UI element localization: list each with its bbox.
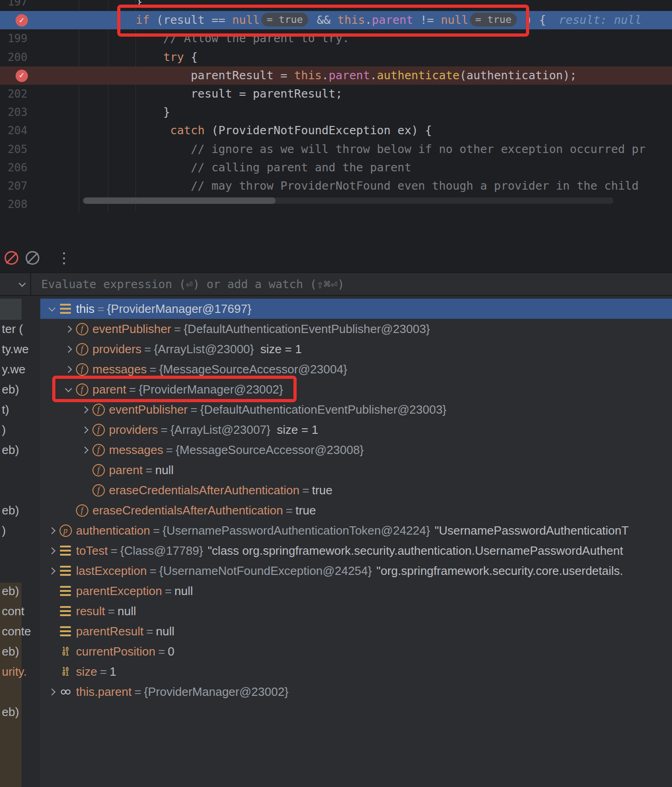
frame-item-fragment[interactable]: conte <box>2 621 31 641</box>
variable-row[interactable]: feventPublisher={DefaultAuthenticationEv… <box>40 319 672 339</box>
chevron-collapsed-icon[interactable] <box>78 448 92 453</box>
scrollbar-thumb[interactable] <box>83 197 276 204</box>
code-line[interactable]: 199 // Allow the parent to try. <box>0 29 672 48</box>
breakpoint-icon[interactable]: ✓ <box>16 14 28 27</box>
frame-item-fragment[interactable]: eb) <box>2 641 19 661</box>
variable-row[interactable]: 1001size=1 <box>40 661 672 682</box>
frame-item-fragment[interactable]: eb) <box>2 500 19 520</box>
chevron-collapsed-icon[interactable] <box>45 689 59 694</box>
line-number[interactable]: 205 <box>0 140 27 158</box>
equals-sign: = <box>108 544 120 558</box>
frame-item-fragment[interactable]: t) <box>2 399 9 420</box>
variable-row[interactable]: 1001currentPosition=0 <box>40 641 672 661</box>
slashed-circle-icon[interactable] <box>26 251 39 265</box>
chevron-collapsed-icon[interactable] <box>78 427 92 432</box>
code-line[interactable]: ✓ parentResult = this.parent.authenticat… <box>0 66 672 85</box>
evaluate-watch-bar: Evaluate expression (⏎) or add a watch (… <box>0 272 672 296</box>
variable-row[interactable]: fparent={ProviderManager@23002} <box>40 379 672 399</box>
variable-row[interactable]: fproviders={ArrayList@23000}size = 1 <box>40 339 672 359</box>
variable-value: {DefaultAuthenticationEventPublisher@230… <box>200 403 446 417</box>
chevron-collapsed-icon[interactable] <box>61 347 75 352</box>
chevron-expanded-icon[interactable] <box>45 307 59 311</box>
value-icon <box>59 566 72 576</box>
code-token: // ignore as we will throw below if no o… <box>81 142 645 156</box>
code-line[interactable]: 203 } <box>0 103 672 121</box>
line-number[interactable]: 208 <box>0 195 27 213</box>
frame-item-fragment[interactable]: urity. <box>2 661 27 682</box>
line-number[interactable]: 199 <box>0 29 27 48</box>
variable-row[interactable]: pauthentication={UsernamePasswordAuthent… <box>40 520 672 541</box>
variable-value: true <box>312 483 332 497</box>
primitive-value-icon: 1001 <box>59 667 72 676</box>
line-number[interactable]: 203 <box>0 103 27 121</box>
field-icon: f <box>92 444 105 456</box>
variable-row[interactable]: fproviders={ArrayList@23007}size = 1 <box>40 420 672 440</box>
line-number[interactable]: 207 <box>0 177 27 195</box>
frame-item-fragment[interactable]: ter ( <box>2 319 23 339</box>
more-options-icon[interactable]: ⋮ <box>57 251 71 265</box>
variable-row[interactable]: feraseCredentialsAfterAuthentication=tru… <box>40 480 672 500</box>
chevron-collapsed-icon[interactable] <box>45 548 59 553</box>
code-line[interactable]: 206 // calling parent and the parent <box>0 158 672 177</box>
line-number[interactable]: 200 <box>0 48 27 66</box>
watch-dropdown[interactable] <box>0 273 31 295</box>
line-number[interactable]: 202 <box>0 85 27 103</box>
variable-row[interactable]: feraseCredentialsAfterAuthentication=tru… <box>40 500 672 520</box>
variable-name: parent <box>109 463 143 477</box>
code-lines: 197 }✓ if (result == null= true && this.… <box>0 0 672 213</box>
value-icon <box>59 546 72 556</box>
frame-item-fragment[interactable]: eb) <box>2 379 19 399</box>
frame-item-fragment[interactable]: ) <box>2 520 6 541</box>
variable-row[interactable]: this.parent={ProviderManager@23002} <box>40 682 672 702</box>
variable-row[interactable]: fmessages={MessageSourceAccessor@23008} <box>40 440 672 460</box>
code-editor[interactable]: 197 }✓ if (result == null= true && this.… <box>0 0 672 244</box>
code-token <box>81 50 163 64</box>
variable-row[interactable]: fparent=null <box>40 460 672 480</box>
chevron-collapsed-icon[interactable] <box>45 528 59 533</box>
line-number[interactable]: 206 <box>0 158 27 177</box>
code-line[interactable]: 207 // may throw ProviderNotFound even t… <box>0 177 672 195</box>
chevron-icon <box>65 325 72 333</box>
equals-sign: = <box>131 685 144 699</box>
line-number[interactable]: 204 <box>0 121 27 140</box>
chevron-expanded-icon[interactable] <box>61 388 75 391</box>
frame-item-fragment[interactable]: eb) <box>2 702 19 722</box>
code-line[interactable]: 205 // ignore as we will throw below if … <box>0 140 672 158</box>
variable-row[interactable]: toTest={Class@17789}"class org.springfra… <box>40 541 672 561</box>
frame-item-fragment[interactable]: ) <box>2 420 6 440</box>
equals-sign: = <box>171 322 184 336</box>
chevron-collapsed-icon[interactable] <box>61 327 75 332</box>
mute-breakpoints-icon[interactable] <box>5 251 18 265</box>
code-line[interactable]: 200 try { <box>0 48 672 66</box>
parameter-icon: p <box>59 525 72 537</box>
variable-row[interactable]: lastException={UsernameNotFoundException… <box>40 561 672 581</box>
variable-value: {UsernamePasswordAuthenticationToken@242… <box>163 524 430 538</box>
frame-item-fragment[interactable]: y.we <box>2 359 26 379</box>
variable-row[interactable]: result=null <box>40 601 672 621</box>
chevron-collapsed-icon[interactable] <box>61 367 75 372</box>
frame-item-fragment[interactable]: eb) <box>2 440 19 460</box>
code-line[interactable]: 204 catch (ProviderNotFoundException ex)… <box>0 121 672 140</box>
code-line[interactable]: ✓ if (result == null= true && this.paren… <box>0 11 672 29</box>
code-token: && <box>310 13 337 27</box>
variable-row[interactable]: parentResult=null <box>40 621 672 641</box>
variable-name: messages <box>109 443 163 457</box>
variable-row[interactable]: feventPublisher={DefaultAuthenticationEv… <box>40 399 672 420</box>
variable-row[interactable]: this={ProviderManager@17697} <box>40 299 672 319</box>
code-line[interactable]: 202 result = parentResult; <box>0 85 672 103</box>
value-icon <box>59 304 72 314</box>
frame-item-fragment[interactable]: eb) <box>2 581 19 601</box>
frame-item-fragment[interactable]: ty.we <box>2 339 29 359</box>
breakpoint-icon[interactable]: ✓ <box>16 70 28 82</box>
code-line[interactable]: 197 } <box>0 0 672 11</box>
value-icon <box>59 606 72 616</box>
variable-row[interactable]: fmessages={MessageSourceAccessor@23004} <box>40 359 672 379</box>
variable-row[interactable]: parentException=null <box>40 581 672 601</box>
evaluate-expression-input[interactable]: Evaluate expression (⏎) or add a watch (… <box>31 273 672 295</box>
chevron-collapsed-icon[interactable] <box>78 407 92 412</box>
line-number[interactable]: 197 <box>0 0 27 11</box>
chevron-collapsed-icon[interactable] <box>45 568 59 574</box>
horizontal-scrollbar[interactable] <box>82 197 613 204</box>
field-icon: f <box>75 504 89 517</box>
frame-item-fragment[interactable]: cont <box>2 601 24 621</box>
